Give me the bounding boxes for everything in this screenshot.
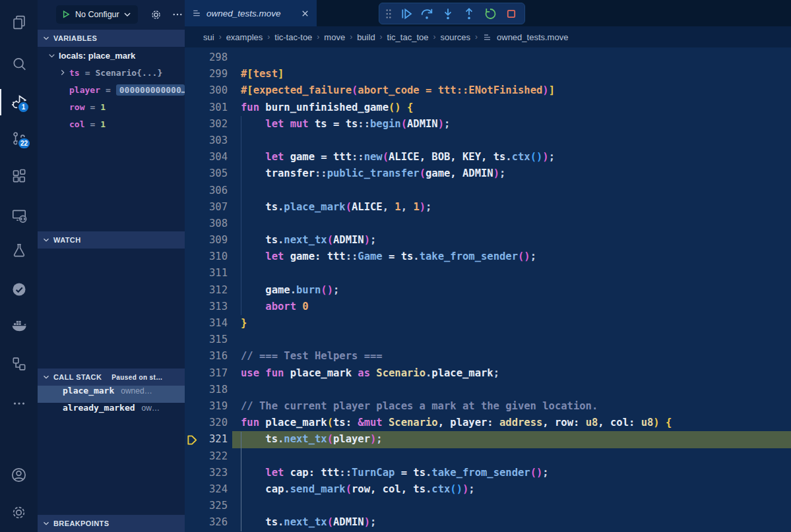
- line-number-310[interactable]: 310: [185, 249, 232, 265]
- line-number-322[interactable]: 322: [185, 448, 232, 465]
- section-header-call-stack[interactable]: CALL STACK Paused on st…: [38, 369, 185, 386]
- code-line-325[interactable]: 325: [185, 498, 791, 514]
- activity-item-accounts[interactable]: [0, 460, 38, 489]
- section-header-variables[interactable]: VARIABLES: [38, 30, 185, 47]
- breadcrumb-item-move[interactable]: move: [324, 32, 345, 42]
- activity-item-more[interactable]: [0, 389, 38, 418]
- code-editor[interactable]: 298299#[test]300#[expected_failure(abort…: [185, 47, 791, 532]
- variable-row-row[interactable]: row=1: [38, 98, 185, 115]
- code-line-314[interactable]: 314}: [185, 315, 791, 332]
- line-text[interactable]: [232, 498, 791, 514]
- line-number-314[interactable]: 314: [185, 315, 232, 332]
- line-text[interactable]: transfer::public_transfer(game, ADMIN);: [232, 165, 791, 182]
- line-number-304[interactable]: 304: [185, 149, 232, 165]
- line-number-319[interactable]: 319: [185, 398, 232, 415]
- code-line-306[interactable]: 306: [185, 183, 791, 199]
- toolbar-drag-grip[interactable]: [383, 7, 395, 20]
- line-text[interactable]: #[test]: [232, 66, 791, 82]
- section-header-watch[interactable]: WATCH: [38, 231, 185, 249]
- line-number-325[interactable]: 325: [185, 498, 232, 514]
- code-line-324[interactable]: 324 cap.send_mark(row, col, ts.ctx());: [185, 481, 791, 498]
- line-text[interactable]: [232, 382, 791, 398]
- code-line-317[interactable]: 317use fun place_mark as Scenario.place_…: [185, 365, 791, 382]
- breadcrumb-item-sui[interactable]: sui: [203, 32, 214, 42]
- line-text[interactable]: let game: ttt::Game = ts.take_from_sende…: [232, 249, 791, 265]
- code-line-320[interactable]: 320fun place_mark(ts: &mut Scenario, pla…: [185, 415, 791, 431]
- activity-item-source-control[interactable]: 22: [0, 124, 38, 153]
- line-number-316[interactable]: 316: [185, 348, 232, 365]
- line-number-305[interactable]: 305: [185, 165, 232, 182]
- line-number-315[interactable]: 315: [185, 332, 232, 348]
- line-number-298[interactable]: 298: [185, 49, 232, 66]
- activity-item-remote-explorer[interactable]: [0, 201, 38, 230]
- variables-scope-row[interactable]: locals: place_mark: [38, 47, 185, 64]
- line-text[interactable]: use fun place_mark as Scenario.place_mar…: [232, 365, 791, 382]
- line-text[interactable]: // === Test Helpers ===: [232, 348, 791, 365]
- code-line-301[interactable]: 301fun burn_unfinished_game() {: [185, 100, 791, 116]
- breadcrumb-item-tic_tac_toe[interactable]: tic_tac_toe: [387, 32, 429, 42]
- code-line-316[interactable]: 316// === Test Helpers ===: [185, 348, 791, 365]
- variable-row-player[interactable]: player=000000000000…: [38, 81, 185, 98]
- close-icon[interactable]: [300, 9, 310, 18]
- line-text[interactable]: ts.next_tx(ADMIN);: [232, 514, 791, 531]
- breadcrumb-item-build[interactable]: build: [357, 32, 375, 42]
- code-line-312[interactable]: 312 game.burn();: [185, 282, 791, 299]
- line-number-326[interactable]: 326: [185, 514, 232, 531]
- line-text[interactable]: fun burn_unfinished_game() {: [232, 100, 791, 116]
- code-line-308[interactable]: 308: [185, 216, 791, 232]
- variable-row-ts[interactable]: ts=Scenario{...}: [38, 64, 185, 81]
- line-number-317[interactable]: 317: [185, 365, 232, 382]
- code-line-304[interactable]: 304 let game = ttt::new(ALICE, BOB, KEY,…: [185, 149, 791, 165]
- code-line-303[interactable]: 303: [185, 133, 791, 149]
- code-line-322[interactable]: 322: [185, 448, 791, 465]
- code-line-305[interactable]: 305 transfer::public_transfer(game, ADMI…: [185, 165, 791, 182]
- step-into-button[interactable]: [438, 5, 458, 23]
- step-out-button[interactable]: [459, 5, 479, 23]
- code-line-300[interactable]: 300#[expected_failure(abort_code = ttt::…: [185, 82, 791, 99]
- variable-row-col[interactable]: col=1: [38, 115, 185, 133]
- line-number-318[interactable]: 318: [185, 382, 232, 398]
- line-text[interactable]: cap.send_mark(row, col, ts.ctx());: [232, 481, 791, 498]
- line-number-324[interactable]: 324: [185, 481, 232, 498]
- stop-button[interactable]: [501, 5, 521, 23]
- line-text[interactable]: [232, 49, 791, 66]
- code-line-307[interactable]: 307 ts.place_mark(ALICE, 1, 1);: [185, 199, 791, 216]
- breadcrumb-item-sources[interactable]: sources: [440, 32, 470, 42]
- line-number-320[interactable]: 320: [185, 415, 232, 431]
- activity-item-check-extension[interactable]: [0, 275, 38, 304]
- line-number-307[interactable]: 307: [185, 199, 232, 216]
- code-line-311[interactable]: 311: [185, 265, 791, 281]
- code-line-313[interactable]: 313 abort 0: [185, 299, 791, 315]
- line-text[interactable]: game.burn();: [232, 282, 791, 299]
- debug-settings-gear[interactable]: [150, 9, 162, 21]
- code-line-321[interactable]: 321 ts.next_tx(player);: [185, 431, 791, 448]
- line-text[interactable]: let game = ttt::new(ALICE, BOB, KEY, ts.…: [232, 149, 791, 165]
- line-number-321[interactable]: 321: [185, 431, 232, 448]
- breadcrumb-item-examples[interactable]: examples: [226, 32, 263, 42]
- code-line-319[interactable]: 319// The current player places a mark a…: [185, 398, 791, 415]
- line-number-303[interactable]: 303: [185, 133, 232, 149]
- code-line-323[interactable]: 323 let cap: ttt::TurnCap = ts.take_from…: [185, 465, 791, 481]
- restart-button[interactable]: [480, 5, 500, 23]
- line-number-309[interactable]: 309: [185, 232, 232, 249]
- code-line-298[interactable]: 298: [185, 49, 791, 66]
- line-text[interactable]: [232, 216, 791, 232]
- code-line-310[interactable]: 310 let game: ttt::Game = ts.take_from_s…: [185, 249, 791, 265]
- step-over-button[interactable]: [417, 5, 437, 23]
- line-number-323[interactable]: 323: [185, 465, 232, 481]
- line-text[interactable]: [232, 265, 791, 281]
- code-line-309[interactable]: 309 ts.next_tx(ADMIN);: [185, 232, 791, 249]
- activity-item-run-and-debug[interactable]: 1: [0, 88, 38, 117]
- activity-item-hierarchy[interactable]: [0, 349, 38, 378]
- line-text[interactable]: abort 0: [232, 299, 791, 315]
- activity-item-search[interactable]: [0, 49, 38, 78]
- code-line-318[interactable]: 318: [185, 382, 791, 398]
- code-line-299[interactable]: 299#[test]: [185, 66, 791, 82]
- line-number-312[interactable]: 312: [185, 282, 232, 299]
- line-number-299[interactable]: 299: [185, 66, 232, 82]
- line-text[interactable]: #[expected_failure(abort_code = ttt::ENo…: [232, 82, 791, 99]
- line-text[interactable]: [232, 183, 791, 199]
- line-text[interactable]: // The current player places a mark at t…: [232, 398, 791, 415]
- line-text[interactable]: [232, 133, 791, 149]
- activity-item-testing[interactable]: [0, 236, 38, 265]
